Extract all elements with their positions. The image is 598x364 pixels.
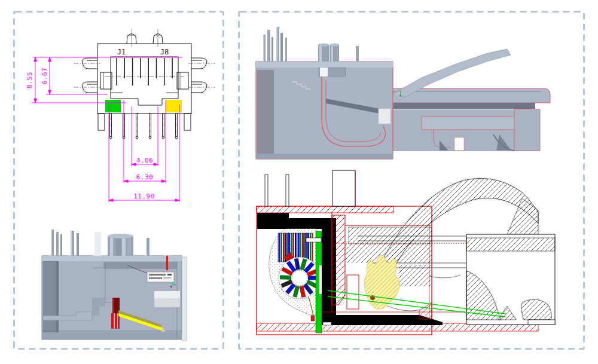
top-shield-hatch bbox=[257, 206, 393, 213]
drawing-sheet: 8.55 6.67 4.06 6.30 11.90 J1 J8 bbox=[0, 0, 598, 364]
mated-section-drawing bbox=[250, 169, 585, 348]
mated-assembly-render bbox=[242, 15, 586, 176]
jack-outline bbox=[82, 29, 207, 130]
contact-pins bbox=[117, 58, 172, 85]
pin1-label: J1 bbox=[117, 48, 126, 56]
pin8-label: J8 bbox=[160, 48, 169, 56]
top-pins bbox=[51, 230, 150, 256]
led-window-green bbox=[105, 100, 121, 112]
dim-width-pins: 4.06 bbox=[136, 157, 154, 164]
dim-height-inner: 6.67 bbox=[41, 68, 48, 85]
solder-legs bbox=[109, 114, 178, 140]
front-view-drawing: 8.55 6.67 4.06 6.30 11.90 J1 J8 bbox=[21, 27, 218, 212]
dim-height-overall: 8.55 bbox=[26, 72, 33, 89]
dim-width-overall: 11.90 bbox=[133, 192, 155, 200]
white-connector-box bbox=[154, 291, 180, 307]
jack-body-render bbox=[256, 62, 393, 159]
red-accent-strip bbox=[166, 256, 168, 270]
dim-width-leds: 6.30 bbox=[136, 173, 154, 181]
side-section-render bbox=[35, 226, 189, 345]
dimension-lines bbox=[32, 57, 182, 202]
top-post bbox=[332, 170, 355, 206]
plug-rear-body bbox=[393, 109, 540, 151]
jack-top-pins bbox=[263, 27, 359, 62]
centerlines bbox=[74, 63, 215, 87]
